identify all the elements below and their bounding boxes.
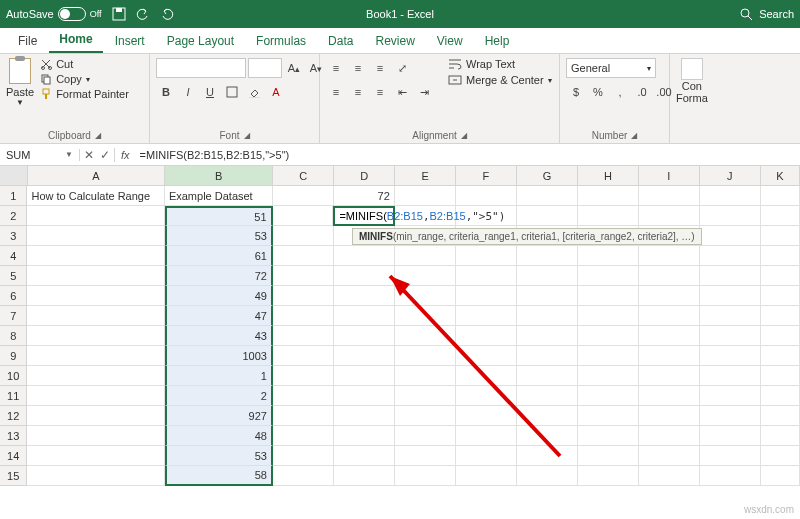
- cell-B2[interactable]: 51: [165, 206, 273, 226]
- cell-F4[interactable]: [456, 246, 517, 266]
- align-bottom-button[interactable]: ≡: [370, 58, 390, 78]
- cell-C7[interactable]: [273, 306, 334, 326]
- cell-H12[interactable]: [578, 406, 639, 426]
- number-format-select[interactable]: General▾: [566, 58, 656, 78]
- cell-K9[interactable]: [761, 346, 800, 366]
- orientation-button[interactable]: ⤢: [392, 58, 412, 78]
- tab-file[interactable]: File: [8, 29, 47, 53]
- cell-J10[interactable]: [700, 366, 761, 386]
- cell-G5[interactable]: [517, 266, 578, 286]
- cell-H11[interactable]: [578, 386, 639, 406]
- cell-K2[interactable]: [761, 206, 800, 226]
- col-header-D[interactable]: D: [334, 166, 395, 186]
- cell-C15[interactable]: [273, 466, 334, 486]
- cell-G10[interactable]: [517, 366, 578, 386]
- formula-input[interactable]: =MINIFS(B2:B15,B2:B15,">5"): [136, 149, 800, 161]
- cell-E8[interactable]: [395, 326, 456, 346]
- row-header-11[interactable]: 11: [0, 386, 27, 406]
- cell-K7[interactable]: [761, 306, 800, 326]
- cell-J11[interactable]: [700, 386, 761, 406]
- format-painter-button[interactable]: Format Painter: [40, 88, 129, 100]
- cell-B6[interactable]: 49: [165, 286, 273, 306]
- row-header-7[interactable]: 7: [0, 306, 27, 326]
- cell-C14[interactable]: [273, 446, 334, 466]
- cell-B13[interactable]: 48: [165, 426, 273, 446]
- cell-E4[interactable]: [395, 246, 456, 266]
- cell-J8[interactable]: [700, 326, 761, 346]
- font-size-select[interactable]: [248, 58, 282, 78]
- cell-H2[interactable]: [578, 206, 639, 226]
- col-header-F[interactable]: F: [456, 166, 517, 186]
- cell-I11[interactable]: [639, 386, 700, 406]
- cell-G14[interactable]: [517, 446, 578, 466]
- cell-D2[interactable]: =MINIFS(B2:B15,B2:B15,">5"): [333, 206, 395, 226]
- cell-B14[interactable]: 53: [165, 446, 273, 466]
- cell-H14[interactable]: [578, 446, 639, 466]
- cell-B5[interactable]: 72: [165, 266, 273, 286]
- cell-J13[interactable]: [700, 426, 761, 446]
- border-button[interactable]: [222, 82, 242, 102]
- cell-E5[interactable]: [395, 266, 456, 286]
- cell-E6[interactable]: [395, 286, 456, 306]
- cell-D12[interactable]: [334, 406, 395, 426]
- cell-I8[interactable]: [639, 326, 700, 346]
- cell-D11[interactable]: [334, 386, 395, 406]
- row-header-15[interactable]: 15: [0, 466, 27, 486]
- cell-B3[interactable]: 53: [165, 226, 273, 246]
- cell-B7[interactable]: 47: [165, 306, 273, 326]
- col-header-B[interactable]: B: [165, 166, 273, 186]
- cell-A8[interactable]: [27, 326, 164, 346]
- cell-A9[interactable]: [27, 346, 164, 366]
- cell-B11[interactable]: 2: [165, 386, 273, 406]
- cell-F11[interactable]: [456, 386, 517, 406]
- cell-K6[interactable]: [761, 286, 800, 306]
- cell-G12[interactable]: [517, 406, 578, 426]
- cell-K12[interactable]: [761, 406, 800, 426]
- cell-B4[interactable]: 61: [165, 246, 273, 266]
- cell-E1[interactable]: [395, 186, 456, 206]
- font-color-button[interactable]: A: [266, 82, 286, 102]
- row-header-4[interactable]: 4: [0, 246, 27, 266]
- comma-format-button[interactable]: ,: [610, 82, 630, 102]
- cell-H9[interactable]: [578, 346, 639, 366]
- font-name-select[interactable]: [156, 58, 246, 78]
- cell-A2[interactable]: [27, 206, 164, 226]
- cell-C4[interactable]: [273, 246, 334, 266]
- tab-help[interactable]: Help: [475, 29, 520, 53]
- dialog-launcher-icon[interactable]: ◢: [461, 131, 467, 140]
- cell-D14[interactable]: [334, 446, 395, 466]
- cell-J15[interactable]: [700, 466, 761, 486]
- row-header-2[interactable]: 2: [0, 206, 27, 226]
- cell-D10[interactable]: [334, 366, 395, 386]
- cell-E11[interactable]: [395, 386, 456, 406]
- cell-K8[interactable]: [761, 326, 800, 346]
- cell-I10[interactable]: [639, 366, 700, 386]
- cell-J2[interactable]: [700, 206, 761, 226]
- col-header-E[interactable]: E: [395, 166, 456, 186]
- col-header-H[interactable]: H: [578, 166, 639, 186]
- cell-H4[interactable]: [578, 246, 639, 266]
- fx-icon[interactable]: fx: [115, 149, 136, 161]
- cell-G6[interactable]: [517, 286, 578, 306]
- cell-B10[interactable]: 1: [165, 366, 273, 386]
- tab-home[interactable]: Home: [49, 27, 102, 53]
- row-header-10[interactable]: 10: [0, 366, 27, 386]
- cell-J9[interactable]: [700, 346, 761, 366]
- align-left-button[interactable]: ≡: [326, 82, 346, 102]
- cell-G2[interactable]: [517, 206, 578, 226]
- cell-F5[interactable]: [456, 266, 517, 286]
- row-header-6[interactable]: 6: [0, 286, 27, 306]
- cell-D13[interactable]: [334, 426, 395, 446]
- cell-C1[interactable]: [273, 186, 334, 206]
- align-center-button[interactable]: ≡: [348, 82, 368, 102]
- cell-G8[interactable]: [517, 326, 578, 346]
- cell-H10[interactable]: [578, 366, 639, 386]
- row-header-12[interactable]: 12: [0, 406, 27, 426]
- cell-A13[interactable]: [27, 426, 164, 446]
- save-icon[interactable]: [112, 7, 126, 21]
- worksheet-grid[interactable]: A B C D E F G H I J K 1How to Calculate …: [0, 166, 800, 486]
- cell-B9[interactable]: 1003: [165, 346, 273, 366]
- cell-C13[interactable]: [273, 426, 334, 446]
- italic-button[interactable]: I: [178, 82, 198, 102]
- cell-C5[interactable]: [273, 266, 334, 286]
